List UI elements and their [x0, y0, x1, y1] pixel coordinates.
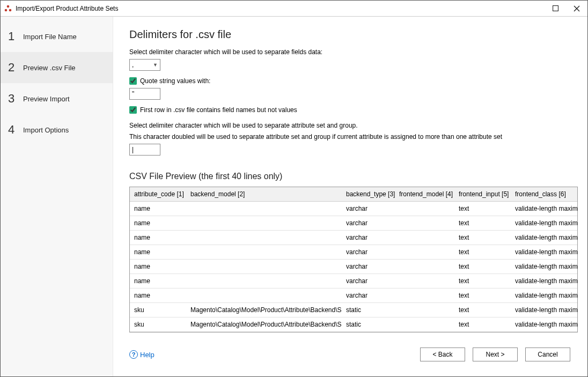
step-number: 3: [8, 92, 23, 106]
table-cell: text: [454, 230, 511, 245]
step-label: Preview .csv File: [23, 64, 76, 72]
titlebar: Import/Export Product Attribute Sets: [1, 1, 587, 17]
table-row[interactable]: namevarchartextvalidate-length maximum: [130, 230, 578, 245]
table-cell: [186, 201, 342, 216]
svg-rect-3: [553, 6, 558, 11]
table-cell: text: [454, 245, 511, 259]
table-cell: text: [454, 201, 511, 216]
table-cell: name: [130, 201, 186, 216]
table-cell: varchar: [342, 245, 395, 259]
attrset-delim-input[interactable]: [129, 144, 160, 156]
col-header[interactable]: frontend_class [6]: [511, 187, 578, 202]
window: Import/Export Product Attribute Sets 1Im…: [0, 0, 588, 377]
table-cell: text: [454, 288, 511, 302]
table-cell: name: [130, 288, 186, 302]
help-link[interactable]: ? Help: [129, 350, 155, 359]
table-cell: static: [342, 302, 395, 317]
main-panel: Delimiters for .csv file Select delimite…: [113, 17, 587, 376]
table-cell: [395, 288, 454, 302]
table-cell: validate-length maximum: [511, 201, 578, 216]
step-label: Import File Name: [23, 33, 77, 41]
maximize-button[interactable]: [545, 1, 566, 17]
window-controls: [545, 1, 587, 17]
step-label: Import Options: [23, 126, 69, 134]
table-row[interactable]: namevarchartextvalidate-length maximum: [130, 259, 578, 273]
wizard-step-1[interactable]: 1Import File Name: [1, 21, 113, 52]
table-cell: Magento\Catalog\Model\Product\Attribute\…: [186, 302, 342, 317]
table-row[interactable]: namevarchartextvalidate-length maximum: [130, 216, 578, 230]
table-row[interactable]: skuMagento\Catalog\Model\Product\Attribu…: [130, 302, 578, 317]
col-header[interactable]: backend_type [3]: [342, 187, 395, 202]
body: 1Import File Name2Preview .csv File3Prev…: [1, 17, 587, 376]
quote-checkbox-label: Quote string values with:: [140, 77, 210, 85]
wizard-step-3[interactable]: 3Preview Import: [1, 83, 113, 114]
preview-table: attribute_code [1]backend_model [2]backe…: [130, 187, 578, 332]
table-cell: varchar: [342, 288, 395, 302]
col-header[interactable]: backend_model [2]: [186, 187, 342, 202]
attrset-desc-2: This character doubled will be used to s…: [129, 132, 578, 142]
col-header[interactable]: frontend_model [4]: [395, 187, 454, 202]
page-heading: Delimiters for .csv file: [129, 28, 578, 41]
sidebar: 1Import File Name2Preview .csv File3Prev…: [1, 17, 113, 376]
step-number: 2: [8, 61, 23, 75]
table-cell: name: [130, 273, 186, 288]
step-number: 4: [8, 123, 23, 137]
table-cell: [395, 273, 454, 288]
table-cell: [395, 317, 454, 331]
preview-table-wrap: attribute_code [1]backend_model [2]backe…: [129, 187, 578, 332]
table-cell: validate-length maximum: [511, 273, 578, 288]
step-label: Preview Import: [23, 95, 70, 103]
app-icon: [4, 4, 12, 13]
table-cell: varchar: [342, 259, 395, 273]
table-cell: validate-length maximum: [511, 317, 578, 331]
cancel-button[interactable]: Cancel: [525, 348, 570, 361]
table-cell: [395, 230, 454, 245]
table-cell: [186, 259, 342, 273]
next-button[interactable]: Next >: [473, 348, 518, 361]
table-row[interactable]: skuMagento\Catalog\Model\Product\Attribu…: [130, 317, 578, 331]
table-cell: validate-length maximum: [511, 302, 578, 317]
table-cell: varchar: [342, 230, 395, 245]
table-cell: text: [454, 302, 511, 317]
chevron-down-icon: ▼: [153, 62, 158, 68]
delimiter-value: ,: [132, 61, 134, 69]
delimiter-select[interactable]: , ▼: [129, 59, 160, 71]
table-cell: validate-length maximum: [511, 230, 578, 245]
table-cell: [395, 259, 454, 273]
wizard-step-2[interactable]: 2Preview .csv File: [1, 52, 113, 83]
table-cell: [395, 201, 454, 216]
col-header[interactable]: frontend_input [5]: [454, 187, 511, 202]
table-row[interactable]: namevarchartextvalidate-length maximum: [130, 245, 578, 259]
wizard-step-4[interactable]: 4Import Options: [1, 114, 113, 145]
svg-point-0: [7, 5, 10, 8]
table-cell: validate-length maximum: [511, 245, 578, 259]
table-cell: validate-length maximum: [511, 288, 578, 302]
table-row[interactable]: namevarchartextvalidate-length maximum: [130, 201, 578, 216]
svg-point-2: [9, 9, 12, 11]
table-cell: [186, 245, 342, 259]
table-cell: name: [130, 245, 186, 259]
table-row[interactable]: namevarchartextvalidate-length maximum: [130, 288, 578, 302]
firstrow-checkbox-row[interactable]: First row in .csv file contains field na…: [129, 106, 578, 114]
col-header[interactable]: attribute_code [1]: [130, 187, 186, 202]
table-cell: [186, 273, 342, 288]
table-cell: [395, 245, 454, 259]
table-row[interactable]: namevarchartextvalidate-length maximum: [130, 273, 578, 288]
table-cell: varchar: [342, 273, 395, 288]
attrset-desc-1: Select delimiter character which will be…: [129, 121, 578, 130]
firstrow-checkbox[interactable]: [129, 106, 137, 114]
quote-checkbox-row[interactable]: Quote string values with:: [129, 77, 578, 85]
table-cell: [395, 216, 454, 230]
table-cell: Magento\Catalog\Model\Product\Attribute\…: [186, 317, 342, 331]
step-number: 1: [8, 29, 23, 43]
quote-char-input[interactable]: [129, 88, 160, 100]
delimiter-instruction: Select delimiter character which will be…: [129, 48, 578, 56]
table-cell: [186, 216, 342, 230]
table-cell: name: [130, 216, 186, 230]
table-cell: varchar: [342, 216, 395, 230]
table-cell: validate-length maximum: [511, 216, 578, 230]
close-button[interactable]: [566, 1, 587, 17]
table-cell: sku: [130, 317, 186, 331]
back-button[interactable]: < Back: [420, 348, 465, 361]
quote-checkbox[interactable]: [129, 77, 137, 85]
